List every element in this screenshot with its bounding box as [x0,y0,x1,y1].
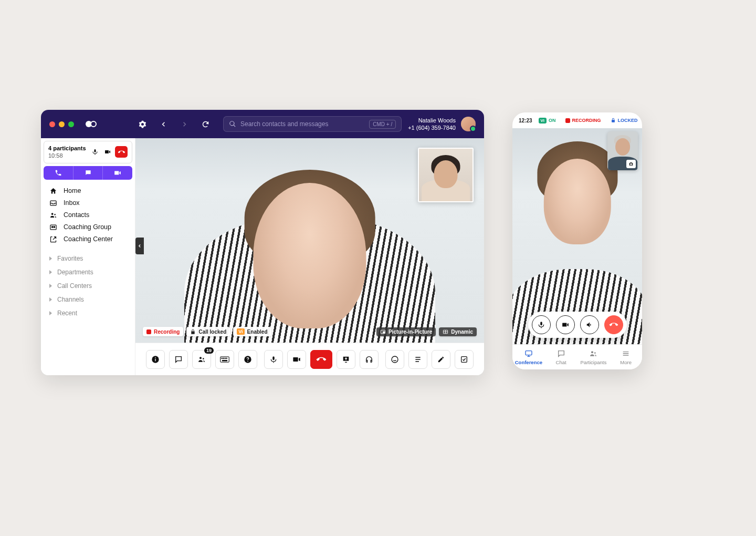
notes-button[interactable] [408,350,427,369]
badge-text: Dynamic [451,329,473,335]
mobile-self-view[interactable] [607,131,638,170]
group-departments[interactable]: Departments [41,265,135,279]
group-icon [49,223,57,231]
mute-toggle[interactable] [90,147,100,157]
titlebar: CMD + / Natalie Woods +1 (604) 359-7840 [41,110,484,138]
tab-participants[interactable]: Participants [578,345,610,369]
group-label: Favorites [57,255,83,262]
chevron-right-icon [49,284,52,288]
active-call-card: 4 participants 10:58 [44,141,132,163]
group-call-centers[interactable]: Call Centers [41,279,135,293]
menu-icon [622,349,630,358]
external-icon [49,235,57,243]
svg-rect-8 [383,332,384,333]
video-stage: Recording Call locked ViEnabled Picture-… [135,138,484,343]
mobile-mic-button[interactable] [532,315,551,334]
svg-point-5 [51,226,53,228]
window-controls [49,121,74,127]
forward-button[interactable] [177,117,192,131]
screenshare-button[interactable] [337,350,355,369]
primary-nav: Home Inbox Contacts Coaching Group Coach… [41,180,135,249]
mobile-speaker-button[interactable] [580,315,599,334]
layout-dynamic-button[interactable]: Dynamic [439,327,477,336]
svg-rect-24 [526,351,532,355]
tab-conference[interactable]: Conference [512,345,545,369]
mobile-hangup-button[interactable] [604,315,623,334]
tasks-button[interactable] [455,350,474,369]
maximize-window-button[interactable] [68,121,74,127]
new-message-button[interactable] [73,166,103,180]
minimize-window-button[interactable] [59,121,65,127]
settings-button[interactable] [135,117,150,131]
keypad-button[interactable] [215,350,234,369]
tab-chat[interactable]: Chat [545,345,578,369]
badge-text: Enabled [247,329,268,335]
sidebar-collapse-button[interactable] [135,238,144,254]
camera-button[interactable] [287,350,306,369]
chat-button[interactable] [169,350,188,369]
pip-mode-button[interactable]: Picture-in-Picture [376,327,436,336]
contacts-icon [49,211,57,219]
search-bar[interactable]: CMD + / [223,116,402,132]
participants-button[interactable]: 19 [192,350,211,369]
nav-coaching-center[interactable]: Coaching Center [41,233,135,245]
svg-point-12 [155,357,156,358]
nav-label: Coaching Center [64,235,113,243]
close-window-button[interactable] [49,121,55,127]
tab-more[interactable]: More [610,345,642,369]
hangup-button[interactable] [115,146,128,158]
call-duration: 10:58 [48,152,88,159]
reactions-button[interactable] [385,350,404,369]
group-label: Departments [57,269,93,276]
mobile-clock: 12:23 [519,118,532,123]
svg-rect-19 [223,360,227,361]
group-recent[interactable]: Recent [41,306,135,320]
refresh-button[interactable] [198,117,213,131]
search-input[interactable] [240,120,369,128]
microphone-button[interactable] [264,350,283,369]
vi-icon: Vi [539,118,547,123]
group-favorites[interactable]: Favorites [41,252,135,265]
nav-contacts[interactable]: Contacts [41,209,135,221]
search-shortcut-hint: CMD + / [369,120,396,129]
sidebar-groups: Favorites Departments Call Centers Chann… [41,249,135,323]
mobile-camera-button[interactable] [556,315,575,334]
pip-thumbnail[interactable] [418,148,474,202]
vi-status-chip: ViON [536,116,559,125]
svg-rect-11 [155,358,155,361]
chip-text: LOCKED [618,118,638,123]
nav-home[interactable]: Home [41,185,135,197]
svg-point-15 [222,358,223,359]
people-icon [589,349,597,358]
badge-text: Picture-in-Picture [388,329,432,335]
home-icon [49,187,57,195]
svg-point-13 [200,357,202,359]
vi-icon: Vi [237,328,244,335]
end-call-button[interactable] [310,350,332,369]
new-call-button[interactable] [44,166,73,180]
nav-coaching-group[interactable]: Coaching Group [41,221,135,233]
quick-action-row [44,166,132,180]
nav-inbox[interactable]: Inbox [41,197,135,209]
camera-toggle[interactable] [102,147,113,157]
main-video-area: Recording Call locked ViEnabled Picture-… [135,138,484,375]
desktop-app-window: CMD + / Natalie Woods +1 (604) 359-7840 … [41,110,484,375]
new-video-button[interactable] [102,166,132,180]
recording-chip: RECORDING [562,116,604,125]
search-icon [229,120,236,128]
tab-label: Participants [581,359,607,365]
svg-point-6 [54,226,55,228]
info-button[interactable] [146,350,165,369]
svg-rect-14 [220,356,229,362]
chip-text: RECORDING [572,118,601,123]
call-locked-badge: Call locked [186,327,230,336]
audio-device-button[interactable] [360,350,379,369]
chip-text: ON [549,118,556,123]
help-button[interactable] [238,350,257,369]
flip-camera-button[interactable] [626,160,636,168]
back-button[interactable] [156,117,171,131]
group-channels[interactable]: Channels [41,293,135,306]
annotate-button[interactable] [432,350,450,369]
user-menu[interactable]: Natalie Woods +1 (604) 359-7840 [408,117,476,132]
group-label: Channels [57,296,84,303]
